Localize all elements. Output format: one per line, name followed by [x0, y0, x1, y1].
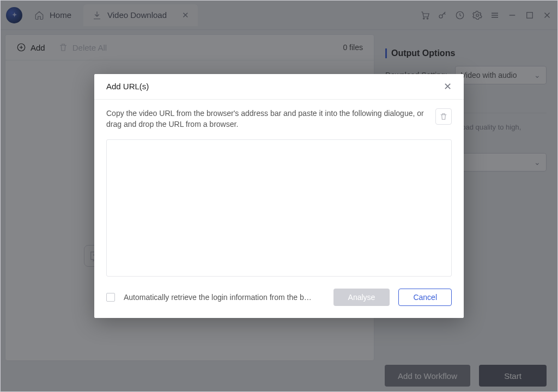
app-window: ✦ Home Video Download ✕ [0, 0, 558, 392]
auto-login-label: Automatically retrieve the login informa… [124, 293, 312, 302]
modal-title: Add URL(s) [106, 82, 149, 91]
modal-footer: Automatically retrieve the login informa… [94, 281, 464, 318]
analyse-button[interactable]: Analyse [333, 289, 390, 306]
auto-login-checkbox[interactable] [106, 293, 115, 302]
modal-header: Add URL(s) ✕ [94, 74, 464, 100]
url-textarea[interactable] [106, 139, 452, 277]
modal-overlay: Add URL(s) ✕ Copy the video URL from the… [1, 1, 557, 391]
add-url-modal: Add URL(s) ✕ Copy the video URL from the… [94, 74, 464, 318]
modal-body: Copy the video URL from the browser's ad… [94, 100, 464, 281]
cancel-button[interactable]: Cancel [398, 289, 452, 306]
clear-urls-button[interactable] [435, 108, 452, 125]
modal-instruction: Copy the video URL from the browser's ad… [106, 108, 429, 130]
modal-close-button[interactable]: ✕ [444, 81, 452, 93]
